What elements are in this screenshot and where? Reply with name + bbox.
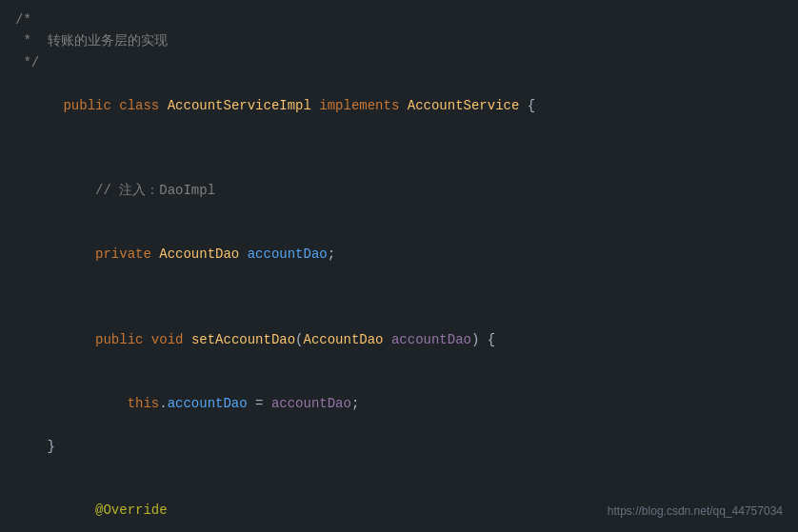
code-line-7: private AccountDao accountDao; xyxy=(0,223,798,286)
code-line-6: // 注入：DaoImpl xyxy=(0,159,798,223)
code-line-2: * 转账的业务层的实现 xyxy=(0,30,798,51)
line-12-content xyxy=(15,457,23,478)
line-4-content: public class AccountServiceImpl implemen… xyxy=(15,73,535,137)
code-line-5 xyxy=(0,137,798,158)
line-2-content: * 转账的业务层的实现 xyxy=(15,30,168,51)
code-line-9: public void setAccountDao(AccountDao acc… xyxy=(0,307,798,371)
line-3-content: */ xyxy=(15,52,39,73)
line-8-content xyxy=(15,286,23,307)
line-9-content: public void setAccountDao(AccountDao acc… xyxy=(15,307,495,371)
watermark: https://blog.csdn.net/qq_44757034 xyxy=(608,502,783,521)
line-13-content: @Override xyxy=(15,479,168,532)
line-6-content: // 注入：DaoImpl xyxy=(15,159,215,223)
code-line-4: public class AccountServiceImpl implemen… xyxy=(0,73,798,137)
line-5-content xyxy=(15,137,23,158)
code-editor: /* * 转账的业务层的实现 */ public class AccountSe… xyxy=(0,0,798,532)
code-line-1: /* xyxy=(0,10,798,30)
code-line-11: } xyxy=(0,436,798,457)
code-line-10: this.accountDao = accountDao; xyxy=(0,372,798,436)
code-line-12 xyxy=(0,457,798,478)
line-10-content: this.accountDao = accountDao; xyxy=(15,372,359,436)
code-line-8 xyxy=(0,286,798,307)
line-1-content: /* xyxy=(15,10,31,30)
code-line-3: */ xyxy=(0,52,798,73)
line-7-content: private AccountDao accountDao; xyxy=(15,223,335,286)
line-11-content: } xyxy=(15,436,55,457)
